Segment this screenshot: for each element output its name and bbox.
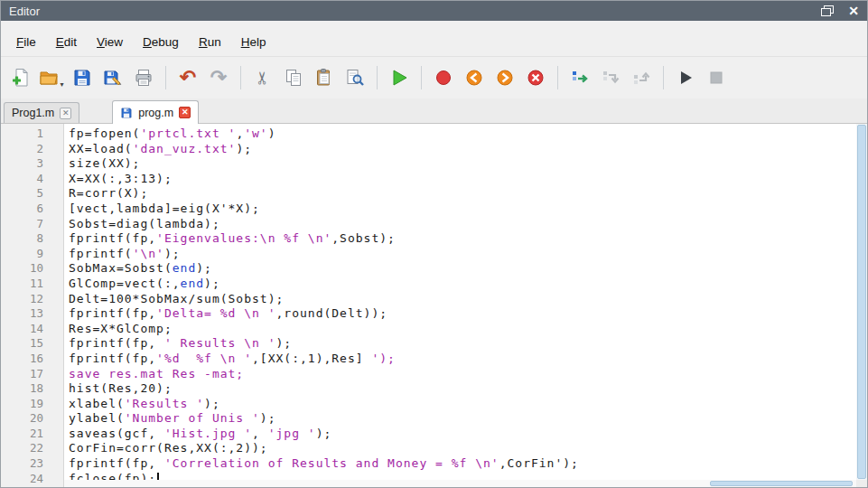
run-icon: [389, 68, 409, 88]
tab-prog1[interactable]: Prog1.m ✕: [4, 102, 79, 123]
code-line[interactable]: fprintf(fp,'%d %f \n ',[XX(:,1),Res] ');: [69, 352, 867, 367]
code-line[interactable]: R=corr(X);: [69, 186, 867, 202]
toolbar-separator: [663, 66, 664, 89]
menu-item-view[interactable]: View: [87, 33, 133, 52]
new-script-icon: [11, 68, 31, 88]
code-line[interactable]: hist(Res,20);: [69, 381, 867, 397]
save-file-icon: [72, 68, 92, 88]
line-number: 18: [1, 381, 63, 397]
close-icon[interactable]: ✕: [848, 5, 859, 17]
next-breakpoint-button[interactable]: [490, 63, 519, 92]
menu-item-edit[interactable]: Edit: [46, 33, 87, 52]
code-line[interactable]: X=XX(:,3:13);: [69, 172, 867, 187]
continue-button[interactable]: [671, 63, 700, 92]
paste-icon: [314, 68, 334, 88]
menu-item-run[interactable]: Run: [189, 33, 231, 52]
paste-button[interactable]: [310, 63, 339, 92]
line-number: 10: [1, 261, 63, 277]
toggle-breakpoint-button[interactable]: [429, 63, 458, 92]
code-line[interactable]: [vect,lambda]=eig(X'*X);: [69, 202, 867, 217]
line-number: 15: [1, 336, 63, 352]
previous-breakpoint-button[interactable]: [460, 63, 489, 92]
menu-bar: FileEditViewDebugRunHelp: [1, 21, 867, 57]
line-number: 9: [1, 247, 63, 262]
copy-button[interactable]: [279, 63, 308, 92]
code-line[interactable]: save res.mat Res -mat;: [69, 367, 867, 382]
code-line[interactable]: fprintf(fp, ' Results \n ');: [69, 336, 867, 352]
code-line[interactable]: SobMax=Sobst(end);: [69, 261, 867, 277]
vertical-scrollbar[interactable]: [856, 124, 867, 480]
line-number: 21: [1, 427, 63, 442]
step-out-button[interactable]: [627, 63, 656, 92]
stop-button[interactable]: [702, 63, 731, 92]
line-number: 8: [1, 231, 63, 247]
code-line[interactable]: XX=load('dan_vuz.txt');: [69, 142, 867, 157]
scrollbar-corner: [856, 480, 867, 487]
redo-icon: ↷: [210, 68, 227, 88]
code-line[interactable]: fprintf('\n');: [69, 247, 867, 262]
open-dropdown-icon[interactable]: ▾: [60, 80, 63, 92]
menu-item-file[interactable]: File: [6, 33, 46, 52]
code-line[interactable]: fprintf(fp,'Eigenvalues:\n %f \n',Sobst)…: [69, 231, 867, 247]
tab-label: prog.m: [138, 107, 173, 119]
cut-icon: ✂: [254, 70, 271, 85]
menu-item-debug[interactable]: Debug: [133, 33, 189, 52]
vertical-scrollbar-thumb[interactable]: [857, 125, 866, 479]
editor-code-area[interactable]: fp=fopen('prtcl.txt ','w')XX=load('dan_v…: [64, 124, 867, 487]
next-breakpoint-icon: [495, 68, 515, 88]
line-number: 12: [1, 292, 63, 307]
save-file-button[interactable]: [68, 63, 97, 92]
stop-icon: [706, 68, 726, 88]
find-button[interactable]: [341, 63, 369, 92]
cut-button[interactable]: ✂: [248, 63, 277, 92]
horizontal-scrollbar-thumb[interactable]: [710, 481, 853, 486]
undock-icon[interactable]: [821, 5, 834, 17]
previous-breakpoint-icon: [464, 68, 484, 88]
code-line[interactable]: Sobst=diag(lambda);: [69, 217, 867, 232]
window-title: Editor: [9, 5, 40, 18]
code-line[interactable]: Res=X*GlComp;: [69, 322, 867, 337]
undo-icon: ↶: [180, 68, 196, 88]
code-line[interactable]: CorFin=corr(Res,XX(:,2));: [69, 441, 867, 456]
save-file-as-button[interactable]: [98, 63, 127, 92]
step-button[interactable]: [565, 63, 594, 92]
step-out-icon: [631, 68, 651, 88]
tab-close-icon[interactable]: ✕: [179, 107, 191, 118]
tab-prog[interactable]: prog.m ✕: [112, 100, 199, 124]
code-line[interactable]: fprintf(fp, 'Correlation of Results and …: [69, 456, 867, 472]
save-file-as-icon: [103, 68, 123, 88]
code-line[interactable]: ylabel('Number of Unis ');: [69, 411, 867, 427]
line-number: 7: [1, 217, 63, 232]
run-button[interactable]: [385, 63, 414, 92]
line-number: 17: [1, 367, 63, 382]
code-line[interactable]: fprintf(fp,'Delta= %d \n ',round(Delt));: [69, 306, 867, 322]
line-number: 20: [1, 411, 63, 427]
toolbar-separator: [377, 66, 378, 89]
code-line[interactable]: Delt=100*SobMax/sum(Sobst);: [69, 292, 867, 307]
copy-icon: [284, 68, 303, 88]
code-line[interactable]: xlabel('Results ');: [69, 397, 867, 412]
horizontal-scrollbar[interactable]: [64, 480, 856, 487]
editor-pane: 123456789101112131415161718192021222324 …: [1, 124, 867, 487]
line-number: 5: [1, 186, 63, 202]
toolbar-separator: [240, 66, 241, 89]
step-in-icon: [601, 68, 621, 88]
menu-item-help[interactable]: Help: [231, 33, 276, 52]
undo-button[interactable]: ↶: [173, 63, 202, 92]
redo-button[interactable]: ↷: [204, 63, 233, 92]
tab-close-icon[interactable]: ✕: [60, 108, 71, 119]
print-button[interactable]: [129, 63, 158, 92]
title-bar: Editor ✕: [1, 1, 867, 21]
new-script-button[interactable]: [6, 63, 35, 92]
code-line[interactable]: GlComp=vect(:,end);: [69, 277, 867, 292]
code-line[interactable]: fp=fopen('prtcl.txt ','w'): [69, 127, 867, 142]
open-file-button[interactable]: ▾: [37, 63, 66, 92]
code-line[interactable]: saveas(gcf, 'Hist.jpg ', 'jpg ');: [69, 427, 867, 442]
continue-icon: [676, 68, 695, 88]
remove-breakpoints-button[interactable]: [521, 63, 550, 92]
step-in-button[interactable]: [596, 63, 625, 92]
modified-save-icon: [120, 107, 133, 119]
line-number: 3: [1, 156, 63, 172]
code-line[interactable]: size(XX);: [69, 156, 867, 172]
line-number: 11: [1, 277, 63, 292]
